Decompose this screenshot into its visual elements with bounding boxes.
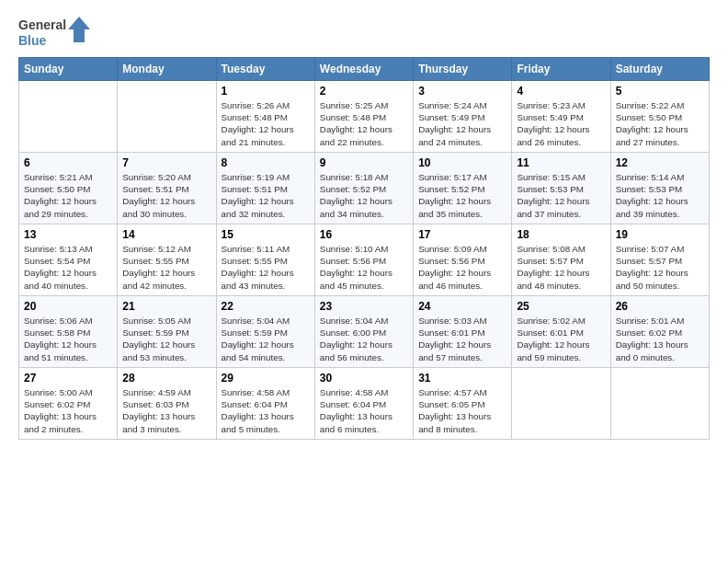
day-number: 21 [122,300,210,313]
day-info: Sunrise: 5:24 AMSunset: 5:49 PMDaylight:… [418,99,506,148]
calendar-cell: 1Sunrise: 5:26 AMSunset: 5:48 PMDaylight… [216,81,314,153]
day-info: Sunrise: 5:04 AMSunset: 6:00 PMDaylight:… [320,315,408,363]
calendar-cell: 15Sunrise: 5:11 AMSunset: 5:55 PMDayligh… [216,224,314,296]
day-number: 3 [418,85,506,98]
calendar-cell: 3Sunrise: 5:24 AMSunset: 5:49 PMDaylight… [414,81,512,153]
calendar-cell: 23Sunrise: 5:04 AMSunset: 6:00 PMDayligh… [314,296,413,368]
weekday-header: Sunday [19,58,118,81]
day-number: 10 [418,156,506,169]
logo-svg: General Blue [18,15,92,52]
svg-text:Blue: Blue [18,33,47,48]
calendar-cell: 31Sunrise: 4:57 AMSunset: 6:05 PMDayligh… [414,368,512,440]
calendar-cell: 6Sunrise: 5:21 AMSunset: 5:50 PMDaylight… [19,153,118,224]
day-info: Sunrise: 5:01 AMSunset: 6:02 PMDaylight:… [616,315,704,363]
calendar-cell: 25Sunrise: 5:02 AMSunset: 6:01 PMDayligh… [512,296,610,368]
weekday-header: Tuesday [216,58,314,81]
day-info: Sunrise: 5:11 AMSunset: 5:55 PMDaylight:… [222,243,310,292]
calendar-week-row: 13Sunrise: 5:13 AMSunset: 5:54 PMDayligh… [19,224,710,296]
weekday-header: Thursday [414,58,512,81]
day-info: Sunrise: 5:12 AMSunset: 5:55 PMDaylight:… [122,243,210,292]
day-number: 2 [320,85,408,98]
day-number: 5 [616,85,704,98]
day-info: Sunrise: 5:14 AMSunset: 5:53 PMDaylight:… [616,171,704,220]
day-info: Sunrise: 4:58 AMSunset: 6:04 PMDaylight:… [320,386,408,435]
svg-text:General: General [18,17,66,32]
calendar-cell [118,81,216,153]
day-info: Sunrise: 5:08 AMSunset: 5:57 PMDaylight:… [517,243,605,292]
day-info: Sunrise: 5:26 AMSunset: 5:48 PMDaylight:… [222,99,310,148]
day-number: 20 [24,300,112,313]
logo: General Blue [18,15,92,52]
calendar-cell: 29Sunrise: 4:58 AMSunset: 6:04 PMDayligh… [216,368,314,440]
day-number: 19 [616,228,704,241]
day-info: Sunrise: 5:22 AMSunset: 5:50 PMDaylight:… [616,99,704,148]
day-number: 26 [616,300,704,313]
svg-marker-2 [68,17,90,42]
day-number: 13 [24,228,112,241]
day-info: Sunrise: 5:03 AMSunset: 6:01 PMDaylight:… [418,315,506,363]
day-number: 30 [320,372,408,385]
day-number: 18 [517,228,605,241]
calendar-cell: 17Sunrise: 5:09 AMSunset: 5:56 PMDayligh… [414,224,512,296]
calendar-cell: 19Sunrise: 5:07 AMSunset: 5:57 PMDayligh… [610,224,709,296]
day-number: 28 [122,372,210,385]
calendar-cell: 11Sunrise: 5:15 AMSunset: 5:53 PMDayligh… [512,153,610,224]
calendar-cell: 12Sunrise: 5:14 AMSunset: 5:53 PMDayligh… [610,153,709,224]
day-number: 23 [320,300,408,313]
calendar-cell: 27Sunrise: 5:00 AMSunset: 6:02 PMDayligh… [19,368,118,440]
calendar-cell: 4Sunrise: 5:23 AMSunset: 5:49 PMDaylight… [512,81,610,153]
page-header: General Blue [18,15,710,52]
day-number: 11 [517,156,605,169]
day-info: Sunrise: 5:09 AMSunset: 5:56 PMDaylight:… [418,243,506,292]
day-number: 29 [222,372,310,385]
calendar-cell: 5Sunrise: 5:22 AMSunset: 5:50 PMDaylight… [610,81,709,153]
day-info: Sunrise: 5:19 AMSunset: 5:51 PMDaylight:… [222,171,310,220]
day-info: Sunrise: 5:10 AMSunset: 5:56 PMDaylight:… [320,243,408,292]
calendar-cell: 14Sunrise: 5:12 AMSunset: 5:55 PMDayligh… [118,224,216,296]
day-info: Sunrise: 5:02 AMSunset: 6:01 PMDaylight:… [517,315,605,363]
calendar-cell: 2Sunrise: 5:25 AMSunset: 5:48 PMDaylight… [314,81,413,153]
day-number: 22 [222,300,310,313]
day-info: Sunrise: 5:13 AMSunset: 5:54 PMDaylight:… [24,243,112,292]
weekday-header: Friday [512,58,610,81]
calendar-week-row: 20Sunrise: 5:06 AMSunset: 5:58 PMDayligh… [19,296,710,368]
day-info: Sunrise: 5:20 AMSunset: 5:51 PMDaylight:… [122,171,210,220]
calendar-cell: 22Sunrise: 5:04 AMSunset: 5:59 PMDayligh… [216,296,314,368]
calendar-week-row: 27Sunrise: 5:00 AMSunset: 6:02 PMDayligh… [19,368,710,440]
day-number: 17 [418,228,506,241]
calendar-cell [610,368,709,440]
day-number: 25 [517,300,605,313]
day-info: Sunrise: 5:05 AMSunset: 5:59 PMDaylight:… [122,315,210,363]
calendar-cell [19,81,118,153]
day-info: Sunrise: 5:17 AMSunset: 5:52 PMDaylight:… [418,171,506,220]
calendar-cell [512,368,610,440]
calendar-cell: 18Sunrise: 5:08 AMSunset: 5:57 PMDayligh… [512,224,610,296]
calendar-cell: 21Sunrise: 5:05 AMSunset: 5:59 PMDayligh… [118,296,216,368]
calendar-cell: 24Sunrise: 5:03 AMSunset: 6:01 PMDayligh… [414,296,512,368]
weekday-header: Monday [118,58,216,81]
calendar-cell: 8Sunrise: 5:19 AMSunset: 5:51 PMDaylight… [216,153,314,224]
day-number: 15 [222,228,310,241]
day-info: Sunrise: 4:57 AMSunset: 6:05 PMDaylight:… [418,386,506,435]
day-info: Sunrise: 5:04 AMSunset: 5:59 PMDaylight:… [222,315,310,363]
day-number: 16 [320,228,408,241]
day-info: Sunrise: 5:23 AMSunset: 5:49 PMDaylight:… [517,99,605,148]
day-number: 31 [418,372,506,385]
day-number: 12 [616,156,704,169]
day-info: Sunrise: 4:59 AMSunset: 6:03 PMDaylight:… [122,386,210,435]
day-info: Sunrise: 5:00 AMSunset: 6:02 PMDaylight:… [24,386,112,435]
day-number: 8 [222,156,310,169]
weekday-header: Wednesday [314,58,413,81]
calendar-table: SundayMondayTuesdayWednesdayThursdayFrid… [18,57,710,440]
day-info: Sunrise: 5:18 AMSunset: 5:52 PMDaylight:… [320,171,408,220]
day-number: 7 [122,156,210,169]
weekday-header: Saturday [610,58,709,81]
day-number: 24 [418,300,506,313]
day-number: 4 [517,85,605,98]
calendar-cell: 7Sunrise: 5:20 AMSunset: 5:51 PMDaylight… [118,153,216,224]
calendar-cell: 30Sunrise: 4:58 AMSunset: 6:04 PMDayligh… [314,368,413,440]
day-number: 6 [24,156,112,169]
day-info: Sunrise: 5:25 AMSunset: 5:48 PMDaylight:… [320,99,408,148]
calendar-week-row: 6Sunrise: 5:21 AMSunset: 5:50 PMDaylight… [19,153,710,224]
calendar-cell: 16Sunrise: 5:10 AMSunset: 5:56 PMDayligh… [314,224,413,296]
